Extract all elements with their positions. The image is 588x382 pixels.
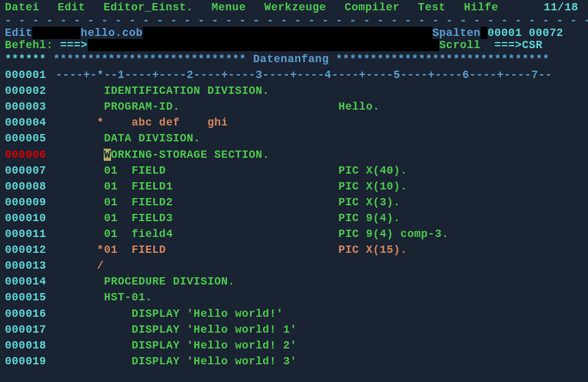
- code-text: DATA DIVISION.: [56, 132, 200, 144]
- scroll-prompt: ===>: [494, 39, 522, 51]
- banner-stars-mid1: ****************************: [53, 53, 246, 65]
- code-text-pre: [56, 149, 104, 161]
- line-number: 000019: [5, 353, 49, 369]
- code-line[interactable]: 000018 DISPLAY 'Hello world! 2': [5, 338, 583, 353]
- cursor-position: 11/18: [543, 1, 578, 13]
- code-text: 01 FIELD PIC X(40).: [56, 164, 407, 177]
- col-start: 00001: [487, 27, 522, 39]
- line-number: 000018: [5, 338, 49, 353]
- line-number: 000014: [5, 274, 49, 289]
- text-cursor: W: [104, 149, 110, 161]
- line-number: 000016: [5, 306, 49, 322]
- spalten-gap: [481, 27, 487, 39]
- line-number: 000010: [5, 210, 49, 226]
- line-number: 000013: [5, 258, 49, 274]
- menu-menue[interactable]: Menue: [212, 1, 246, 13]
- code-line[interactable]: 000001 ----+-*--1----+----2----+----3---…: [5, 67, 583, 83]
- line-number: 000007: [5, 163, 49, 179]
- code-line[interactable]: 000013 /: [5, 258, 583, 274]
- line-number: 000012: [5, 242, 49, 258]
- code-line[interactable]: 000003 PROGRAM-ID. Hello.: [5, 99, 583, 115]
- divider-line: - - - - - - - - - - - - - - - - - - - - …: [0, 15, 588, 27]
- code-text: DISPLAY 'Hello world! 3': [56, 355, 297, 367]
- line-number: 000009: [5, 194, 49, 210]
- line-number: 000017: [5, 322, 49, 338]
- mode-gap: [32, 27, 81, 39]
- code-line[interactable]: 000007 01 FIELD PIC X(40).: [5, 163, 583, 179]
- menu-edit[interactable]: Edit: [58, 1, 85, 13]
- line-number: 000001: [5, 67, 49, 83]
- code-line[interactable]: 000004 * abc def ghi: [5, 115, 583, 130]
- code-line[interactable]: 000016 DISPLAY 'Hello world!': [5, 306, 583, 322]
- code-text: DISPLAY 'Hello world!': [56, 308, 283, 320]
- code-line[interactable]: 000019 DISPLAY 'Hello world! 3': [5, 353, 583, 369]
- menu-test[interactable]: Test: [418, 1, 445, 13]
- code-line[interactable]: 000008 01 FIELD1 PIC X(10).: [5, 179, 583, 194]
- line-number: 000003: [5, 99, 49, 115]
- code-text: DISPLAY 'Hello world! 2': [56, 339, 297, 352]
- line-number: 000011: [5, 226, 49, 242]
- code-text: ----+-*--1----+----2----+----3----+----4…: [56, 69, 552, 81]
- code-text: 01 FIELD3 PIC 9(4).: [56, 212, 400, 224]
- spalten-label: Spalten: [432, 27, 481, 39]
- line-number: 000004: [5, 115, 49, 130]
- code-line[interactable]: 000017 DISPLAY 'Hello world! 1': [5, 322, 583, 338]
- code-text: *01 FIELD PIC X(15).: [56, 244, 407, 256]
- menubar: Datei Edit Editor_Einst. Menue Werkzeuge…: [0, 0, 588, 15]
- filename: hello.cob: [81, 27, 143, 39]
- line-number: 000015: [5, 289, 49, 305]
- code-line[interactable]: 000005 DATA DIVISION.: [5, 130, 583, 146]
- code-line[interactable]: 000010 01 FIELD3 PIC 9(4).: [5, 210, 583, 226]
- command-input[interactable]: [88, 39, 439, 51]
- code-text: * abc def ghi: [56, 116, 228, 129]
- befehl-prompt[interactable]: ===>: [60, 39, 87, 51]
- code-text: 01 FIELD1 PIC X(10).: [56, 180, 407, 193]
- code-text: /: [56, 260, 104, 272]
- scroll-label: Scroll: [439, 39, 481, 51]
- menu-compiler[interactable]: Compiler: [345, 1, 400, 13]
- menu-werkzeuge[interactable]: Werkzeuge: [264, 1, 326, 13]
- banner-stars-mid2: *******************************: [336, 53, 550, 65]
- code-line[interactable]: 000011 01 field4 PIC 9(4) comp-3.: [5, 226, 583, 242]
- code-line[interactable]: 000012 *01 FIELD PIC X(15).: [5, 242, 583, 258]
- code-text: 01 field4 PIC 9(4) comp-3.: [56, 228, 448, 240]
- mode-label: Edit: [5, 27, 32, 39]
- command-row: Befehl: ===> Scroll ===>CSR: [0, 39, 588, 51]
- code-line[interactable]: 000014 PROCEDURE DIVISION.: [5, 274, 583, 289]
- code-area[interactable]: ****** **************************** Date…: [0, 51, 588, 369]
- col-end: 00072: [529, 27, 564, 39]
- line-number: 000008: [5, 179, 49, 194]
- line-number: 000002: [5, 83, 49, 99]
- code-line[interactable]: 000002 IDENTIFICATION DIVISION.: [5, 83, 583, 99]
- banner-line: ****** **************************** Date…: [5, 51, 583, 67]
- code-line[interactable]: 000009 01 FIELD2 PIC X(3).: [5, 194, 583, 210]
- menu-hilfe[interactable]: Hilfe: [464, 1, 499, 13]
- banner-stars-left: ******: [5, 53, 46, 65]
- code-text: HST-01.: [56, 291, 152, 303]
- code-text: DISPLAY 'Hello world! 1': [56, 324, 297, 336]
- scroll-value[interactable]: CSR: [522, 39, 543, 51]
- menu-editor-einst[interactable]: Editor_Einst.: [104, 1, 193, 13]
- code-text: PROCEDURE DIVISION.: [56, 275, 235, 288]
- code-text: IDENTIFICATION DIVISION.: [56, 85, 269, 97]
- befehl-label: Befehl:: [5, 39, 53, 51]
- line-number: 000005: [5, 130, 49, 146]
- filename-gap: [143, 27, 432, 39]
- code-line[interactable]: 000006 WORKING-STORAGE SECTION.: [5, 147, 583, 163]
- header-row: Edit hello.cob Spalten 00001 00072: [0, 27, 588, 39]
- line-number: 000006: [5, 147, 49, 163]
- code-text: PROGRAM-ID. Hello.: [56, 101, 379, 113]
- banner-title: Datenanfang: [253, 53, 329, 65]
- code-text: 01 FIELD2 PIC X(3).: [56, 196, 400, 208]
- code-line[interactable]: 000015 HST-01.: [5, 289, 583, 305]
- menu-datei[interactable]: Datei: [5, 1, 40, 13]
- code-text-post: ORKING-STORAGE SECTION.: [111, 149, 270, 161]
